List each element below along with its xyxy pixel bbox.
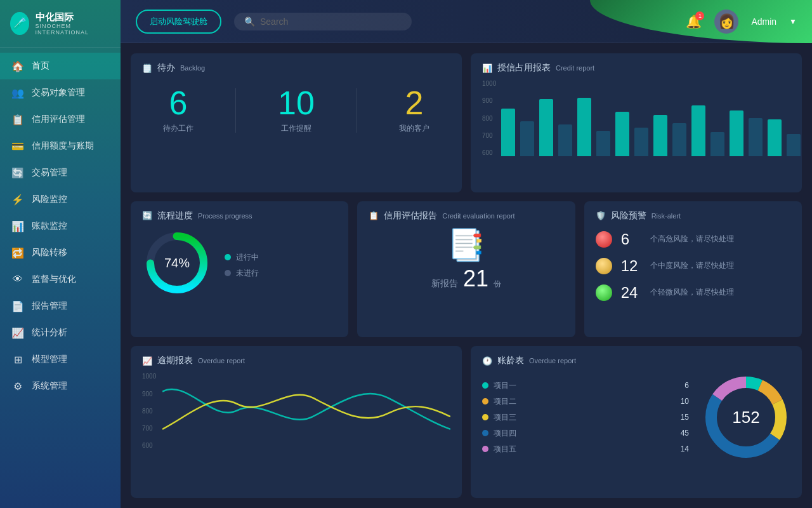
backlog-label-1: 工作提醒 <box>278 123 315 134</box>
sidebar-item-credit-limit[interactable]: 💳 信用额度与账期 <box>0 133 121 159</box>
aging-item: 项目一 6 <box>482 380 689 391</box>
bar-yaxis-label: 900 <box>482 97 496 104</box>
nav-icon-risk-monitor: ⚡ <box>11 193 24 206</box>
aging-legend: 项目一 6 项目二 10 项目三 15 项目四 45 项目五 14 <box>482 380 689 455</box>
sidebar-item-risk-monitor[interactable]: ⚡ 风险监控 <box>0 186 121 213</box>
nav-label-trade-mgmt: 交易管理 <box>32 167 67 178</box>
sidebar-item-stats[interactable]: 📈 统计分析 <box>0 319 121 346</box>
bar-col-7 <box>634 128 648 156</box>
backlog-stat-0: 6 待办工作 <box>163 86 193 134</box>
row1: 🗒️ 待办 Backlog 6 待办工作 10 工作提醒 <box>131 53 802 192</box>
sidebar-item-home[interactable]: 🏠 首页 <box>0 53 121 79</box>
aging-dot <box>482 414 488 420</box>
risk-text-green: 个轻微风险，请尽快处理 <box>650 287 734 298</box>
bar-col-11 <box>710 132 724 156</box>
risk-text-red: 个高危风险，请尽快处理 <box>650 234 734 244</box>
nav-label-stats: 统计分析 <box>32 327 67 338</box>
process-title: 🔄 流程进度 Process progress <box>142 210 337 222</box>
credit-report-card: 📊 授信占用报表 Credit report 1000900800700600 <box>471 53 802 192</box>
overdue-title: 📈 逾期报表 Overdue report <box>142 355 450 366</box>
credit-count: 21 <box>463 265 488 292</box>
aging-icon: 🕐 <box>482 356 492 366</box>
sidebar-item-counterparty[interactable]: 👥 交易对象管理 <box>0 79 121 106</box>
nav-label-account-monitor: 账款监控 <box>32 220 67 232</box>
nav-label-credit-limit: 信用额度与账期 <box>32 140 94 152</box>
nav-icon-account-monitor: 📊 <box>11 220 24 232</box>
nav-icon-counterparty: 👥 <box>11 86 24 99</box>
sidebar-item-report-mgmt[interactable]: 📄 报告管理 <box>0 293 121 319</box>
credit-label-pre: 新报告 <box>431 278 458 290</box>
logo-sub: SINOCHEM INTERNATIONAL <box>36 23 110 36</box>
bar-col-3 <box>558 124 572 156</box>
line-chart: 1000900800700600 <box>142 373 450 449</box>
aging-val: 15 <box>681 413 689 422</box>
aging-name: 项目一 <box>494 380 679 391</box>
credit-eval-body: 📑 新报告 21 份 <box>369 228 563 291</box>
legend-label: 进行中 <box>236 252 259 263</box>
main-content: 启动风险驾驶舱 🔍 🔔 1 👩 Admin ▼ 🗒️ 待办 Backlog <box>121 0 812 508</box>
bar-12 <box>730 110 743 156</box>
username[interactable]: Admin <box>751 17 776 27</box>
aging-val: 10 <box>681 397 689 406</box>
sidebar-item-risk-transfer[interactable]: 🔁 风险转移 <box>0 239 121 266</box>
backlog-title: 🗒️ 待办 Backlog <box>142 62 450 74</box>
bar-yaxis-label: 1000 <box>482 80 496 87</box>
nav-label-report-mgmt: 报告管理 <box>32 300 67 312</box>
aging-title: 🕐 账龄表 Overdue report <box>482 355 790 366</box>
nav-icon-system-mgmt: ⚙ <box>11 380 24 392</box>
sidebar-item-trade-mgmt[interactable]: 🔄 交易管理 <box>0 159 121 186</box>
backlog-label-0: 待办工作 <box>163 123 193 134</box>
nav-icon-stats: 📈 <box>11 326 24 339</box>
notification-bell[interactable]: 🔔 1 <box>686 14 702 29</box>
risk-num-green: 24 <box>621 284 641 302</box>
aging-name: 项目五 <box>494 444 676 455</box>
bar-col-10 <box>691 105 705 156</box>
bar-yaxis-label: 600 <box>482 149 496 156</box>
aging-donut: 152 <box>702 373 790 462</box>
dropdown-icon[interactable]: ▼ <box>789 17 797 26</box>
risk-dot-green <box>596 284 612 301</box>
nav-icon-report-mgmt: 📄 <box>11 300 24 312</box>
risk-num-red: 6 <box>621 231 641 248</box>
file-icon: 📑 <box>447 227 485 263</box>
sidebar-item-account-monitor[interactable]: 📊 账款监控 <box>0 213 121 239</box>
sidebar-item-system-mgmt[interactable]: ⚙ 系统管理 <box>0 373 121 399</box>
bar-15 <box>787 134 801 156</box>
sidebar-item-supervision[interactable]: 👁 监督与优化 <box>0 266 121 293</box>
search-input[interactable] <box>260 17 402 27</box>
sidebar-item-credit-eval[interactable]: 📋 信用评估管理 <box>0 106 121 133</box>
row3: 📈 逾期报表 Overdue report 1000900800700600 � <box>131 346 802 498</box>
legend-item: 未进行 <box>225 268 259 279</box>
line-chart-svg <box>162 373 450 448</box>
aging-dot <box>482 382 488 389</box>
bar-chart-yaxis: 1000900800700600 <box>482 80 496 156</box>
aging-dot <box>482 398 488 404</box>
legend-label: 未进行 <box>236 268 259 279</box>
aging-item: 项目三 15 <box>482 412 689 423</box>
nav-icon-model-mgmt: ⊞ <box>11 353 24 366</box>
line-yaxis-label: 900 <box>142 391 156 398</box>
line-yaxis-label: 1000 <box>142 373 156 380</box>
aging-body: 项目一 6 项目二 10 项目三 15 项目四 45 项目五 14 <box>482 373 790 462</box>
aging-dot <box>482 446 488 452</box>
nav-label-model-mgmt: 模型管理 <box>32 354 67 365</box>
process-icon: 🔄 <box>142 211 152 220</box>
bar-2 <box>539 99 553 156</box>
bar-6 <box>615 112 629 156</box>
risk-num-yellow: 12 <box>621 257 641 275</box>
launch-cockpit-button[interactable]: 启动风险驾驶舱 <box>136 10 221 34</box>
aging-val: 6 <box>684 381 689 390</box>
bar-0 <box>501 109 515 156</box>
bar-1 <box>520 121 534 156</box>
legend-dot <box>225 254 231 260</box>
backlog-label-2: 我的客户 <box>399 123 429 134</box>
aging-val: 14 <box>681 444 689 453</box>
bar-5 <box>596 131 610 156</box>
bar-col-9 <box>672 123 686 156</box>
risk-icon: 🛡️ <box>596 211 606 220</box>
bar-4 <box>577 98 591 156</box>
sidebar-item-model-mgmt[interactable]: ⊞ 模型管理 <box>0 346 121 373</box>
risk-items: 6 个高危风险，请尽快处理 12 个中度风险，请尽快处理 24 个轻微风险，请尽… <box>596 228 790 302</box>
aging-total: 152 <box>732 408 759 427</box>
sidebar-nav: 🏠 首页👥 交易对象管理📋 信用评估管理💳 信用额度与账期🔄 交易管理⚡ 风险监… <box>0 48 121 508</box>
